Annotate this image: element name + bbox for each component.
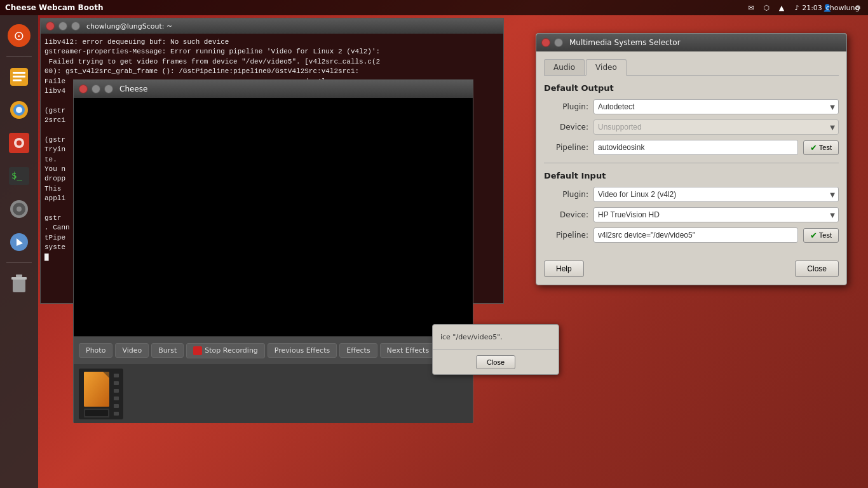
cheese-toolbar: Photo Video Burst Stop Recording Previou… xyxy=(74,336,473,364)
mm-input-device-row: Device: HP TrueVision HD ▼ xyxy=(544,207,839,222)
svg-rect-26 xyxy=(114,396,119,400)
mail-icon[interactable]: ✉ xyxy=(746,3,756,13)
mm-tab-audio[interactable]: Audio xyxy=(544,59,585,75)
mm-input-device-select[interactable]: HP TrueVision HD xyxy=(593,207,839,222)
svg-rect-27 xyxy=(114,404,119,408)
mm-output-plugin-select-wrap: Autodetect ▼ xyxy=(593,99,839,114)
cheese-tab-video[interactable]: Video xyxy=(115,343,149,358)
svg-point-14 xyxy=(17,207,22,212)
cheese-window: Cheese Photo Video Burst Stop Recording … xyxy=(73,79,473,423)
mm-help-button[interactable]: Help xyxy=(544,261,584,277)
mm-output-test-button[interactable]: ✔ Test xyxy=(803,140,839,155)
mm-close-button[interactable]: Close xyxy=(795,261,839,277)
mm-output-device-select-wrap: Unsupported ▼ xyxy=(593,119,839,135)
svg-text:$_: $_ xyxy=(11,170,22,181)
system-icon[interactable]: ⚙ xyxy=(853,3,863,13)
mm-output-device-row: Device: Unsupported ▼ xyxy=(544,119,839,135)
mm-minimize-btn[interactable] xyxy=(554,38,563,47)
mm-input-pipeline-row: Pipeline: ✔ Test xyxy=(544,227,839,243)
launcher-item-trash[interactable] xyxy=(4,268,34,299)
cheese-tab-photo[interactable]: Photo xyxy=(79,343,112,358)
cheese-title: Cheese xyxy=(119,85,147,93)
stop-recording-icon xyxy=(193,346,202,355)
trash-icon xyxy=(8,272,31,295)
volume-icon[interactable]: ♪ xyxy=(792,3,802,13)
terminal-title: chowlung@lungScout: ~ xyxy=(86,22,172,30)
svg-rect-21 xyxy=(84,372,109,407)
cheese-tab-previous-effects[interactable]: Previous Effects xyxy=(268,343,337,358)
svg-rect-28 xyxy=(114,412,119,416)
terminal-minimize-btn[interactable] xyxy=(58,22,67,30)
test-check-icon-2: ✔ xyxy=(810,231,817,240)
terminal-line: 00): gst_v4l2src_grab_frame (): /GstPipe… xyxy=(44,67,499,76)
mm-output-section-title: Default Output xyxy=(544,83,839,93)
svg-rect-25 xyxy=(114,389,119,393)
terminal-maximize-btn[interactable] xyxy=(71,22,80,30)
mm-output-plugin-select[interactable]: Autodetect xyxy=(593,99,839,114)
mm-output-plugin-row: Plugin: Autodetect ▼ xyxy=(544,99,839,114)
cheese-maximize-btn[interactable] xyxy=(104,85,113,93)
taskbar: Cheese Webcam Booth ✉ ⬡ ▲ ♪ 21:03 👤 chow… xyxy=(0,0,868,15)
launcher-item-files[interactable] xyxy=(4,62,34,92)
taskbar-left: Cheese Webcam Booth xyxy=(5,3,103,12)
mm-input-test-label: Test xyxy=(819,231,832,239)
mm-output-device-label: Device: xyxy=(544,123,588,132)
username-display: chowlung xyxy=(837,3,848,13)
launcher-item-music[interactable] xyxy=(4,227,34,257)
mm-input-section-title: Default Input xyxy=(544,171,839,180)
cheese-minimize-btn[interactable] xyxy=(92,85,100,93)
launcher-divider-1 xyxy=(6,56,32,57)
svg-rect-16 xyxy=(13,278,25,292)
cheese-tab-burst[interactable]: Burst xyxy=(151,343,184,358)
stop-recording-button[interactable]: Stop Recording xyxy=(186,343,265,358)
cheese-tab-effects[interactable]: Effects xyxy=(339,343,377,358)
terminal-close-btn[interactable] xyxy=(46,22,55,30)
mm-tab-video[interactable]: Video xyxy=(586,59,627,76)
error-dialog-text: ice "/dev/video5". xyxy=(440,333,503,341)
svg-rect-3 xyxy=(13,79,22,81)
mm-tabs: Audio Video xyxy=(544,59,839,76)
svg-rect-1 xyxy=(13,72,25,74)
mm-output-device-select[interactable]: Unsupported xyxy=(593,119,839,135)
mm-output-pipeline-input[interactable] xyxy=(593,140,798,155)
time-display: 21:03 xyxy=(807,3,817,13)
mm-input-plugin-select-wrap: Video for Linux 2 (v4l2) ▼ xyxy=(593,187,839,202)
mm-input-pipeline-label: Pipeline: xyxy=(544,231,588,240)
files-icon xyxy=(8,65,31,88)
mm-input-plugin-select[interactable]: Video for Linux 2 (v4l2) xyxy=(593,187,839,202)
bluetooth-icon[interactable]: ⬡ xyxy=(761,3,771,13)
mm-title: Multimedia Systems Selector xyxy=(569,38,841,47)
mm-close-btn[interactable] xyxy=(541,38,550,47)
error-dialog-close-button[interactable]: Close xyxy=(476,355,515,369)
launcher-item-ubuntu[interactable]: ⊙ xyxy=(4,20,34,51)
terminal-line: gstreamer-properties-Message: Error runn… xyxy=(44,47,499,57)
stop-recording-label: Stop Recording xyxy=(205,346,258,355)
filmstrip-item[interactable] xyxy=(79,369,130,419)
media-icon xyxy=(8,198,31,220)
launcher-item-terminal[interactable]: $_ xyxy=(4,161,34,191)
cheese-viewport xyxy=(74,98,473,336)
svg-rect-30 xyxy=(85,410,108,416)
mm-divider xyxy=(544,163,839,163)
svg-rect-24 xyxy=(114,381,119,385)
cheese-tab-next-effects[interactable]: Next Effects xyxy=(380,343,437,358)
svg-rect-23 xyxy=(114,374,119,377)
mm-input-test-button[interactable]: ✔ Test xyxy=(803,228,839,243)
mm-output-pipeline-label: Pipeline: xyxy=(544,143,588,152)
mm-output-plugin-label: Plugin: xyxy=(544,102,588,111)
mm-input-plugin-row: Plugin: Video for Linux 2 (v4l2) ▼ xyxy=(544,187,839,202)
film-thumbnail-icon xyxy=(79,369,123,419)
launcher-item-firefox[interactable] xyxy=(4,95,34,125)
launcher-divider-2 xyxy=(6,262,32,263)
svg-point-9 xyxy=(17,140,22,146)
network-icon[interactable]: ▲ xyxy=(776,3,787,13)
svg-rect-2 xyxy=(13,76,25,78)
cheese-close-btn[interactable] xyxy=(79,85,88,93)
launcher-item-media[interactable] xyxy=(4,194,34,224)
mm-footer: Help Close xyxy=(536,255,846,285)
mm-input-plugin-label: Plugin: xyxy=(544,190,588,199)
taskbar-right: ✉ ⬡ ▲ ♪ 21:03 👤 chowlung ⚙ xyxy=(746,3,863,13)
launcher-item-settings[interactable] xyxy=(4,128,34,158)
mm-input-pipeline-input[interactable] xyxy=(593,227,798,243)
error-dialog: ice "/dev/video5". Close xyxy=(432,324,559,375)
